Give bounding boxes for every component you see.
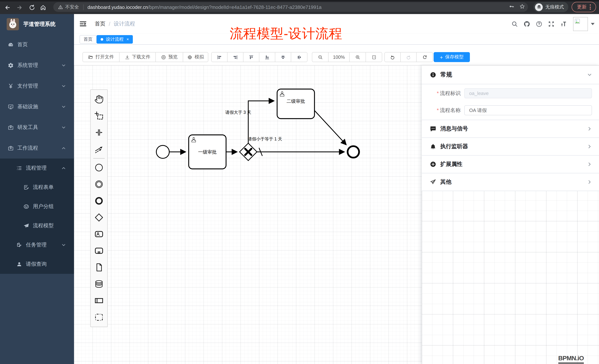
panel-section-extended-attributes[interactable]: 扩展属性 bbox=[422, 156, 599, 173]
preview-button[interactable]: 预览 bbox=[156, 52, 183, 62]
restart-button[interactable] bbox=[417, 52, 432, 62]
sidebar-item-process-form[interactable]: 流程表单 bbox=[0, 178, 74, 197]
align-center-button[interactable] bbox=[291, 52, 307, 62]
form-edit-icon bbox=[23, 184, 29, 191]
required-asterisk: * bbox=[437, 90, 439, 96]
sidebar-item-task-management[interactable]: 任务管理 bbox=[0, 235, 74, 255]
panel-section-general[interactable]: 常规 bbox=[422, 66, 599, 84]
bpmn-io-watermark[interactable]: BPMN.iO bbox=[558, 355, 584, 364]
paper-plane-icon bbox=[430, 179, 436, 185]
monitor-check-icon bbox=[7, 104, 14, 110]
incognito-label: 无痕模式 bbox=[545, 4, 564, 10]
sidebar-item-payment[interactable]: 支付管理 bbox=[0, 76, 74, 96]
save-model-button[interactable]: + 保存模型 bbox=[434, 52, 470, 62]
bpmn-canvas[interactable]: 一级审批 二级审批 bbox=[74, 65, 599, 364]
tab-close-icon[interactable]: × bbox=[126, 37, 129, 41]
open-file-button[interactable]: 打开文件 bbox=[83, 52, 120, 62]
font-size-icon[interactable] bbox=[557, 14, 569, 34]
sidebar-item-label: 用户分组 bbox=[33, 203, 54, 210]
process-name-field-row: *流程名称 OA 请假 bbox=[422, 105, 599, 115]
incognito-icon bbox=[535, 3, 543, 11]
incognito-badge: 无痕模式 bbox=[534, 2, 568, 12]
chevron-down-icon bbox=[62, 105, 66, 109]
github-icon[interactable] bbox=[520, 14, 533, 34]
sidebar-collapse-icon[interactable] bbox=[79, 20, 87, 28]
download-file-label: 下载文件 bbox=[132, 54, 150, 60]
browser-forward-icon[interactable] bbox=[15, 3, 23, 11]
address-bar[interactable]: 不安全 dashboard.yudao.iocoder.cn/bpm/manag… bbox=[53, 2, 528, 12]
sidebar-item-process-model[interactable]: 流程模型 bbox=[0, 216, 74, 235]
start-event[interactable] bbox=[156, 145, 169, 158]
browser-reload-icon[interactable] bbox=[28, 3, 36, 11]
edge-label-less-equal-1-day: 请假小于等于 1 天 bbox=[248, 136, 282, 141]
browser-home-icon[interactable] bbox=[39, 3, 47, 11]
plus-circle-icon bbox=[430, 161, 436, 167]
zoom-reset-button[interactable] bbox=[366, 52, 382, 62]
key-icon[interactable] bbox=[509, 3, 514, 10]
tab-design-process[interactable]: 设计流程 × bbox=[97, 35, 133, 44]
download-file-button[interactable]: 下载文件 bbox=[120, 52, 156, 62]
chevron-down-icon bbox=[62, 84, 66, 88]
breadcrumb: 首页 / 设计流程 bbox=[95, 14, 135, 34]
search-icon[interactable] bbox=[508, 14, 520, 34]
avatar-dropdown-caret-icon[interactable] bbox=[591, 23, 595, 25]
user-task-level1[interactable]: 一级审批 bbox=[189, 135, 226, 169]
flow-task2-to-end[interactable] bbox=[315, 110, 346, 145]
sidebar-item-workflow[interactable]: 工作流程 bbox=[0, 138, 74, 159]
url-path: /bpm/manager/model/design?modelId=e4a1a1… bbox=[148, 4, 322, 10]
sidebar-item-infrastructure[interactable]: 基础设施 bbox=[0, 96, 74, 117]
tab-home[interactable]: 首页 bbox=[79, 35, 97, 44]
browser-back-icon[interactable] bbox=[3, 3, 11, 11]
process-key-input[interactable]: oa_leave bbox=[464, 88, 592, 98]
align-left-button[interactable] bbox=[212, 52, 228, 62]
align-middle-button[interactable] bbox=[275, 52, 291, 62]
sidebar-item-system[interactable]: 系统管理 bbox=[0, 55, 74, 76]
panel-section-execution-listener[interactable]: 执行监听器 bbox=[422, 138, 599, 155]
simulate-label: 模拟 bbox=[195, 54, 204, 60]
end-event[interactable] bbox=[348, 146, 359, 158]
section-label: 扩展属性 bbox=[440, 161, 587, 168]
chevron-down-icon bbox=[62, 125, 66, 130]
browser-menu-icon[interactable] bbox=[590, 4, 591, 10]
fullscreen-icon[interactable] bbox=[545, 14, 557, 34]
redo-button[interactable] bbox=[401, 52, 417, 62]
list-tree-icon bbox=[16, 165, 22, 171]
process-name-input[interactable]: OA 请假 bbox=[464, 105, 592, 115]
zoom-out-button[interactable] bbox=[312, 52, 328, 62]
avatar[interactable] bbox=[573, 17, 588, 31]
app-logo bbox=[7, 18, 19, 30]
sidebar-item-process-management[interactable]: 流程管理 bbox=[0, 159, 74, 178]
sidebar-item-dev-tools[interactable]: 研发工具 bbox=[0, 117, 74, 138]
panel-section-message-signal[interactable]: 消息与信号 bbox=[422, 120, 599, 137]
browser-update-button[interactable]: 更新 bbox=[572, 2, 596, 12]
url-text: dashboard.yudao.iocoder.cn/bpm/manager/m… bbox=[88, 4, 322, 10]
panel-section-other[interactable]: 其他 bbox=[422, 173, 599, 191]
sidebar-item-label: 系统管理 bbox=[18, 62, 38, 69]
url-domain: dashboard.yudao.iocoder.cn bbox=[88, 4, 148, 10]
bookmark-star-icon[interactable] bbox=[520, 3, 525, 10]
breadcrumb-home[interactable]: 首页 bbox=[95, 20, 106, 27]
undo-button[interactable] bbox=[385, 52, 401, 62]
align-right-button[interactable] bbox=[228, 52, 243, 62]
browser-chrome: 不安全 dashboard.yudao.iocoder.cn/bpm/manag… bbox=[0, 0, 599, 14]
zoom-in-button[interactable] bbox=[350, 52, 366, 62]
url-divider bbox=[83, 4, 83, 10]
yen-icon bbox=[7, 83, 14, 89]
simulate-button[interactable]: 模拟 bbox=[183, 52, 208, 62]
task1-label: 一级审批 bbox=[198, 149, 217, 154]
align-top-button[interactable] bbox=[243, 52, 259, 62]
exclusive-gateway[interactable] bbox=[239, 143, 257, 161]
user-task-level2[interactable]: 二级审批 bbox=[277, 89, 315, 119]
sidebar-item-user-group[interactable]: 用户分组 bbox=[0, 197, 74, 216]
sidebar-item-leave-query[interactable]: 请假查询 bbox=[0, 255, 74, 274]
help-icon[interactable] bbox=[533, 14, 545, 34]
breadcrumb-separator: / bbox=[109, 21, 110, 27]
process-key-field-row: *流程标识 oa_leave bbox=[422, 88, 599, 98]
sidebar-item-label: 基础设施 bbox=[18, 103, 38, 110]
app-logo-row[interactable]: 芋道管理系统 bbox=[0, 14, 74, 34]
sidebar-item-home[interactable]: 首页 bbox=[0, 34, 74, 55]
align-bottom-button[interactable] bbox=[259, 52, 275, 62]
chevron-right-icon bbox=[587, 162, 592, 167]
zoom-level[interactable]: 100% bbox=[328, 52, 350, 62]
preview-label: 预览 bbox=[168, 54, 178, 60]
